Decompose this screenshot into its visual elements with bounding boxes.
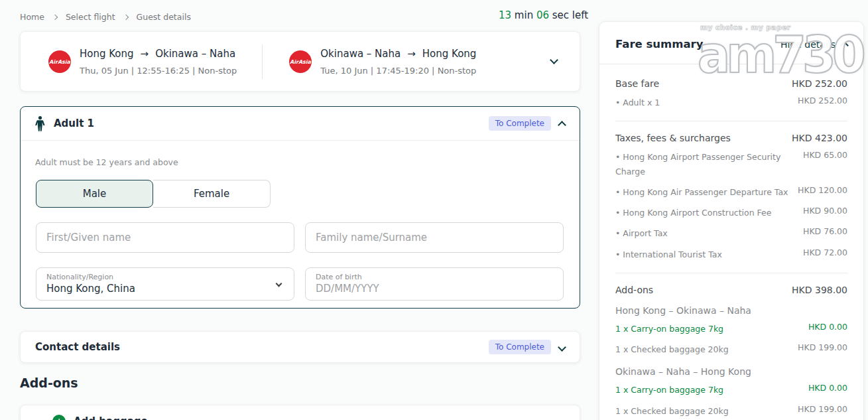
taxes-row: Taxes, fees & surcharges HKD 423.00 — [615, 129, 847, 147]
timer-sec-label: sec left — [549, 9, 588, 21]
contact-details-card[interactable]: Contact details To Complete — [20, 331, 580, 363]
flight-segment-return: AirAsia Okinawa – Naha → Hong Kong Tue, … — [289, 48, 476, 76]
airasia-logo-text: AirAsia — [290, 59, 312, 65]
add-baggage-label: Add baggage — [74, 415, 148, 420]
addons-value: HKD 398.00 — [792, 285, 847, 295]
chevron-right-icon — [123, 15, 128, 20]
hide-details-toggle[interactable]: Hide details — [780, 39, 847, 50]
base-fare-value: HKD 252.00 — [792, 78, 847, 89]
adult-1-header[interactable]: Adult 1 To Complete — [21, 107, 580, 141]
flight-details: Thu, 05 Jun | 12:55-16:25 | Non-stop — [80, 66, 237, 76]
fare-line-item: • Airport Tax HKD 76.00 — [615, 223, 847, 244]
fare-summary-card: Fare summary Hide details my choice . my… — [599, 21, 864, 420]
first-name-input[interactable] — [36, 222, 294, 253]
route-destination: Hong Kong — [422, 48, 477, 60]
person-icon — [35, 116, 45, 131]
breadcrumb-guest-details: Guest details — [137, 12, 191, 22]
gender-female-button[interactable]: Female — [153, 180, 271, 208]
addons-group-heading: Okinawa – Naha – Hong Kong — [615, 360, 847, 380]
add-baggage-row[interactable]: + Add baggage — [21, 405, 580, 420]
session-timer: 13 min 06 sec left — [499, 9, 588, 21]
flight-summary-card: AirAsia Hong Kong → Okinawa – Naha Thu, … — [20, 31, 580, 92]
fare-line-item: 1 x Carry-on baggage 7kg HKD 0.00 — [615, 318, 847, 339]
addons-heading: Add-ons — [20, 376, 78, 390]
airasia-logo-text: AirAsia — [49, 59, 71, 65]
fare-line-item: • Adult x 1 HKD 252.00 — [615, 92, 847, 113]
addons-card: + Add baggage — [20, 405, 580, 420]
adult-1-card: Adult 1 To Complete Adult must be 12 yea… — [20, 106, 580, 309]
timer-minutes: 13 — [499, 9, 511, 21]
fare-line-item: • Hong Kong Airport Passenger Security C… — [615, 147, 847, 182]
fare-line-item: 1 x Carry-on baggage 7kg HKD 0.00 — [615, 380, 847, 400]
nationality-select[interactable]: Nationality/Region Hong Kong, China — [36, 267, 294, 301]
status-badge: To Complete — [489, 340, 551, 354]
route-origin: Okinawa – Naha — [320, 48, 401, 60]
fare-line-item: 1 x Checked baggage 20kg HKD 199.00 — [615, 401, 847, 420]
base-fare-block: Base fare HKD 252.00 • Adult x 1 HKD 252… — [615, 67, 847, 121]
arrow-right-icon: → — [141, 48, 149, 60]
adult-1-title: Adult 1 — [54, 117, 94, 129]
addons-total-row: Add-ons HKD 398.00 — [615, 281, 847, 299]
flight-segment-outbound: AirAsia Hong Kong → Okinawa – Naha Thu, … — [48, 48, 237, 76]
fare-line-item: 1 x Checked baggage 20kg HKD 199.00 — [615, 339, 847, 360]
route-origin: Hong Kong — [80, 48, 134, 60]
fare-line-item: • Hong Kong Air Passenger Departure Tax … — [615, 182, 847, 202]
taxes-label: Taxes, fees & surcharges — [615, 133, 731, 143]
dob-placeholder: DD/MM/YYYY — [316, 283, 379, 295]
addons-label: Add-ons — [615, 285, 653, 295]
fare-line-item: • International Tourist Tax HKD 72.00 — [615, 244, 847, 265]
contact-details-title: Contact details — [35, 341, 120, 353]
breadcrumb-home[interactable]: Home — [20, 12, 44, 22]
addons-group-heading: Hong Kong – Okinawa – Naha — [615, 299, 847, 318]
addons-fare-block: Add-ons HKD 398.00 Hong Kong – Okinawa –… — [615, 273, 847, 420]
family-name-input[interactable] — [305, 222, 564, 253]
airasia-logo-icon: AirAsia — [289, 50, 312, 73]
base-fare-label: Base fare — [615, 78, 659, 89]
nationality-value: Hong Kong, China — [46, 283, 135, 295]
flight-details: Tue, 10 Jun | 17:45-19:20 | Non-stop — [320, 66, 476, 76]
gender-toggle: Male Female — [36, 180, 580, 208]
taxes-block: Taxes, fees & surcharges HKD 423.00 • Ho… — [615, 121, 847, 273]
chevron-down-icon[interactable] — [558, 343, 566, 352]
taxes-value: HKD 423.00 — [792, 133, 847, 143]
segment-divider — [262, 44, 263, 79]
airasia-logo-icon: AirAsia — [48, 50, 71, 73]
watermark-tagline: my choice . my paper — [700, 23, 837, 31]
dob-label: Date of birth — [316, 273, 379, 281]
fare-summary-title: Fare summary — [615, 38, 704, 50]
nationality-label: Nationality/Region — [46, 273, 135, 281]
hide-details-label: Hide details — [780, 39, 836, 50]
chevron-right-icon — [52, 15, 58, 20]
baggage-icon: + — [52, 415, 66, 420]
chevron-up-icon[interactable] — [558, 121, 566, 129]
breadcrumb: Home Select flight Guest details — [20, 12, 191, 22]
date-of-birth-field[interactable]: Date of birth DD/MM/YYYY — [305, 267, 564, 301]
fare-summary-header: Fare summary Hide details my choice . my… — [599, 22, 863, 64]
route-destination: Okinawa – Naha — [155, 48, 235, 60]
timer-seconds: 06 — [536, 9, 549, 21]
breadcrumb-select-flight[interactable]: Select flight — [66, 12, 115, 22]
adult-age-note: Adult must be 12 years and above — [35, 157, 565, 167]
chevron-up-icon — [840, 41, 849, 50]
arrow-right-icon: → — [407, 48, 416, 60]
base-fare-row: Base fare HKD 252.00 — [615, 75, 847, 92]
flight-summary-expand-chevron-icon[interactable] — [550, 56, 558, 64]
chevron-down-icon — [276, 281, 282, 287]
timer-min-label: min — [511, 9, 536, 21]
status-badge: To Complete — [489, 116, 551, 131]
gender-male-button[interactable]: Male — [36, 180, 153, 208]
fare-line-item: • Hong Kong Airport Construction Fee HKD… — [615, 202, 847, 223]
